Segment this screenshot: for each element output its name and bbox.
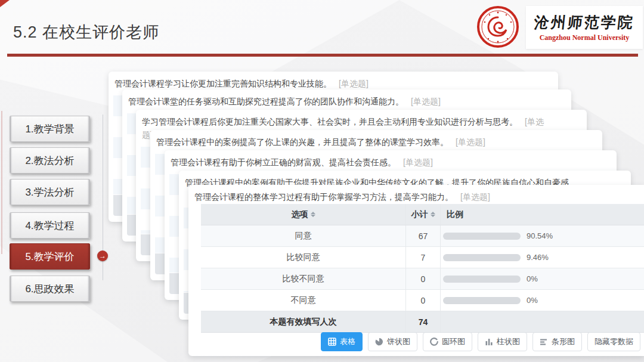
donut-icon <box>430 338 438 346</box>
table-row: 比较不同意 0 0% <box>201 268 644 290</box>
question-type-tag: [单选题] <box>411 97 441 106</box>
table-footer-row: 本题有效填写人次 74 <box>201 311 644 333</box>
chart-type-toolbar: 表格 饼状图 圆环图 柱状图 <box>321 332 640 351</box>
question-title: 管理会计课堂的任务驱动和互助探究过程提高了你的团队协作和沟通能力。[单选题] <box>122 89 571 108</box>
sort-icon[interactable] <box>431 212 435 217</box>
option-cell: 比较同意 <box>201 247 406 268</box>
survey-results-table: 选项 小计 比例 同意 67 90.54% 比较同意 7 <box>201 204 644 333</box>
question-title: 管理会计课程有助于你树立正确的财富观、提高社会责任感。[单选题] <box>165 150 617 169</box>
column-chart-button[interactable]: 柱状图 <box>478 332 527 351</box>
ratio-cell: 9.46% <box>441 247 644 268</box>
table-row: 比较同意 7 9.46% <box>201 247 644 268</box>
question-title: 管理会计课程学习让你更加注重完善知识结构和专业技能。[单选题] <box>109 72 558 90</box>
ratio-bar-track <box>443 276 521 283</box>
sort-icon[interactable] <box>311 212 315 217</box>
column-header-ratio: 比例 <box>441 204 644 225</box>
count-cell: 67 <box>406 225 441 246</box>
ratio-percent: 0% <box>527 296 538 305</box>
ratio-percent: 90.54% <box>527 231 553 240</box>
sidebar-item-teaching-evaluation[interactable]: 5.教学评价 <box>10 243 90 270</box>
count-cell: 7 <box>406 247 441 268</box>
table-row: 不同意 0 0% <box>201 290 644 311</box>
question-type-tag: [单选题] <box>460 192 490 202</box>
ratio-cell: 0% <box>441 268 644 289</box>
column-icon <box>485 338 493 346</box>
university-seal-icon <box>476 5 519 48</box>
footer-count: 74 <box>406 311 441 332</box>
university-name-cn: 沧州师范学院 <box>533 13 635 32</box>
question-type-tag: [单选题] <box>403 157 433 167</box>
title-underline <box>7 54 638 57</box>
left-accent-line <box>1 111 2 254</box>
column-header-count[interactable]: 小计 <box>406 204 441 225</box>
donut-chart-button[interactable]: 圆环图 <box>423 332 472 351</box>
option-cell: 比较不同意 <box>201 268 406 289</box>
sidebar-item-learning-method[interactable]: 3.学法分析 <box>10 179 90 205</box>
table-header-row: 选项 小计 比例 <box>201 204 644 225</box>
ratio-cell: 0% <box>441 290 644 311</box>
question-title: 管理会计课程中的案例提高了你上课的兴趣，并且提高了整体的课堂学习效率。[单选题] <box>150 130 602 148</box>
ratio-bar-track <box>443 233 521 240</box>
count-cell: 0 <box>406 268 441 289</box>
option-cell: 不同意 <box>201 290 406 311</box>
sidebar-item-teaching-method[interactable]: 2.教法分析 <box>10 147 90 174</box>
table-row: 同意 67 90.54% <box>201 225 644 247</box>
ratio-percent: 0% <box>527 274 538 283</box>
question-type-tag: [单选题] <box>339 79 369 88</box>
option-cell: 同意 <box>201 225 406 246</box>
pie-chart-button[interactable]: 饼状图 <box>368 332 417 351</box>
sidebar-item-ideology-effect[interactable]: 6.思政效果 <box>10 276 90 302</box>
table-view-button[interactable]: 表格 <box>321 332 363 351</box>
footer-label: 本题有效填写人次 <box>201 311 406 332</box>
question-type-tag: [单选题] <box>456 137 485 147</box>
ratio-percent: 9.46% <box>527 253 549 262</box>
hide-zero-data-button[interactable]: 隐藏零数据 <box>587 332 640 351</box>
question-title: 管理会计课程的整体学习过程有助于你掌握学习方法，提高学习能力。[单选题] <box>188 185 644 203</box>
hbar-icon <box>540 338 548 346</box>
university-logo-box: 沧州师范学院 Cangzhou Normal University <box>526 6 643 49</box>
corner-accent <box>0 0 10 7</box>
university-name-en: Cangzhou Normal University <box>540 33 630 42</box>
sidebar-item-teaching-background[interactable]: 1.教学背景 <box>10 116 90 142</box>
table-icon <box>328 338 336 346</box>
sidebar-item-teaching-process[interactable]: 4.教学过程 <box>10 212 90 239</box>
ratio-bar-track <box>443 297 521 304</box>
slide: 5.2 在校生评价老师 沧州师范学院 Cangzhou Normal Unive… <box>0 0 644 362</box>
right-arrow-icon: → <box>97 250 108 261</box>
column-header-option[interactable]: 选项 <box>201 204 406 225</box>
footer-ratio-empty <box>441 311 644 332</box>
bar-chart-button[interactable]: 条形图 <box>532 332 582 351</box>
ratio-bar-track <box>443 254 521 261</box>
ratio-cell: 90.54% <box>441 225 644 246</box>
question-card-active: 管理会计课程的整体学习过程有助于你掌握学习方法，提高学习能力。[单选题] 选项 … <box>188 185 644 356</box>
page-title: 5.2 在校生评价老师 <box>13 21 159 43</box>
pie-icon <box>375 338 383 346</box>
count-cell: 0 <box>406 290 441 311</box>
